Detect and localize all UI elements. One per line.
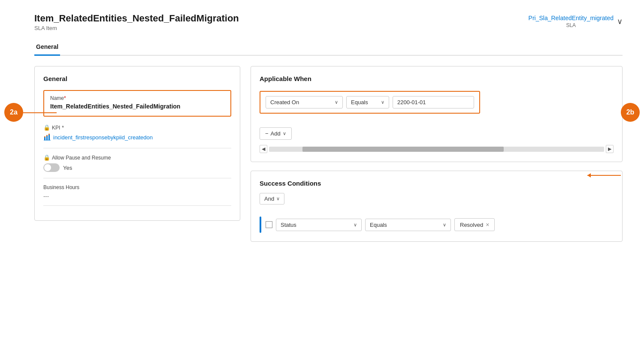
success-conditions-card: Success Conditions And ∨ Status	[251, 171, 623, 242]
divider-2	[43, 178, 231, 178]
success-field-value: Status	[281, 222, 296, 228]
annotation-2b: 2b	[621, 103, 640, 122]
general-card-title: General	[43, 75, 231, 82]
name-field-wrapper: Name* Item_RelatedEntities_Nested_Failed…	[43, 90, 231, 117]
main-content: General Name* Item_RelatedEntities_Neste…	[34, 66, 623, 242]
kpi-label: 🔒 KPI*	[43, 124, 231, 131]
tab-general[interactable]: General	[34, 40, 60, 56]
biz-hours-section: Business Hours ---	[43, 184, 231, 199]
applicable-when-title: Applicable When	[260, 75, 614, 82]
annotation-2a: 2a	[4, 103, 23, 122]
condition-value-input[interactable]	[393, 96, 474, 108]
success-row-container: Status ∨ Equals ∨ Resolved ×	[260, 217, 614, 233]
svg-point-6	[48, 134, 50, 135]
pause-section: 🔒 Allow Pause and Resume Yes	[43, 154, 231, 172]
minus-icon: −	[265, 130, 269, 137]
success-operator-chevron-icon: ∨	[443, 222, 446, 228]
scroll-right-button[interactable]: ▶	[606, 145, 614, 153]
success-value-button[interactable]: Resolved ×	[454, 218, 495, 231]
and-button[interactable]: And ∨	[260, 193, 284, 205]
name-field-label: Name*	[50, 95, 224, 101]
svg-rect-1	[46, 135, 48, 140]
page-header: Item_RelatedEntities_Nested_FailedMigrat…	[34, 13, 623, 31]
general-card: General Name* Item_RelatedEntities_Neste…	[34, 66, 240, 221]
condition-row-wrapper: Created On ∨ Equals ∨	[260, 91, 480, 114]
add-button-chevron-icon: ∨	[283, 131, 286, 136]
condition-operator-chevron-icon: ∨	[381, 99, 384, 105]
page-wrapper: 2a 2b Item_RelatedEntities_Nested_Failed…	[0, 0, 644, 343]
page-title: Item_RelatedEntities_Nested_FailedMigrat…	[34, 13, 239, 24]
sla-link[interactable]: Pri_Sla_RelatedEntity_migrated	[529, 15, 614, 21]
arrow-2a-line	[23, 112, 57, 113]
divider-1	[43, 148, 231, 148]
page-title-block: Item_RelatedEntities_Nested_FailedMigrat…	[34, 13, 239, 31]
sla-chevron-icon[interactable]: ∨	[617, 17, 623, 26]
condition-field-chevron-icon: ∨	[335, 99, 338, 105]
scrollbar-track[interactable]	[269, 147, 604, 152]
and-button-label: And	[264, 196, 274, 202]
add-button-label: Add	[271, 130, 281, 137]
condition-field-select[interactable]: Created On ∨	[266, 96, 343, 108]
kpi-link-text: incident_firstresponsebykpiid_createdon	[53, 134, 153, 141]
divider-3	[43, 205, 231, 206]
kpi-section: 🔒 KPI*	[43, 124, 231, 141]
svg-point-5	[46, 135, 48, 136]
and-chevron-icon: ∨	[276, 196, 280, 202]
success-field-chevron-icon: ∨	[354, 222, 357, 228]
lock-icon: 🔒	[43, 124, 50, 131]
pause-lock-icon: 🔒	[43, 154, 50, 161]
kpi-link[interactable]: incident_firstresponsebykpiid_createdon	[43, 133, 231, 141]
condition-row-container: Created On ∨ Equals ∨	[260, 91, 614, 120]
success-conditions-title: Success Conditions	[260, 180, 614, 187]
add-button[interactable]: − Add ∨	[260, 127, 292, 140]
name-field-value: Item_RelatedEntities_Nested_FailedMigrat…	[50, 103, 224, 110]
arrow-2b-line	[587, 175, 621, 176]
biz-hours-label: Business Hours	[43, 184, 231, 190]
scrollbar-thumb	[302, 147, 504, 152]
condition-operator-value: Equals	[351, 99, 368, 105]
sla-link-container: Pri_Sla_RelatedEntity_migrated SLA	[529, 15, 614, 28]
add-button-container: − Add ∨	[260, 127, 614, 140]
page-subtitle: SLA Item	[34, 25, 239, 31]
sla-link-block: Pri_Sla_RelatedEntity_migrated SLA ∨	[529, 15, 623, 28]
applicable-when-card: Applicable When Created On ∨ Equals	[251, 66, 623, 162]
biz-hours-value: ---	[43, 193, 231, 199]
toggle-text: Yes	[63, 165, 72, 171]
and-button-container: And ∨	[260, 193, 614, 211]
success-row: Status ∨ Equals ∨ Resolved ×	[266, 218, 495, 231]
success-operator-select[interactable]: Equals ∨	[365, 219, 451, 231]
success-field-select[interactable]: Status ∨	[276, 219, 362, 231]
success-row-checkbox[interactable]	[266, 221, 272, 228]
sla-label: SLA	[529, 22, 614, 28]
svg-rect-2	[48, 134, 50, 140]
svg-point-4	[44, 136, 45, 138]
left-panel: General Name* Item_RelatedEntities_Neste…	[34, 66, 240, 242]
pause-toggle[interactable]	[43, 163, 60, 172]
success-row-indicator	[260, 217, 261, 233]
pause-label: 🔒 Allow Pause and Resume	[43, 154, 231, 161]
condition-field-value: Created On	[270, 99, 299, 105]
toggle-wrapper: Yes	[43, 163, 231, 172]
right-panel: Applicable When Created On ∨ Equals	[251, 66, 623, 242]
success-operator-value: Equals	[370, 222, 387, 228]
condition-operator-select[interactable]: Equals ∨	[346, 96, 389, 108]
scroll-left-button[interactable]: ◀	[260, 145, 267, 153]
kpi-chart-icon	[43, 133, 51, 141]
toggle-knob	[44, 164, 51, 171]
scrollbar-container: ◀ ▶	[260, 145, 614, 153]
kpi-required: *	[62, 125, 64, 131]
success-value-text: Resolved	[460, 222, 483, 228]
success-value-close-icon[interactable]: ×	[486, 221, 489, 228]
tabs-bar: General	[34, 40, 623, 56]
